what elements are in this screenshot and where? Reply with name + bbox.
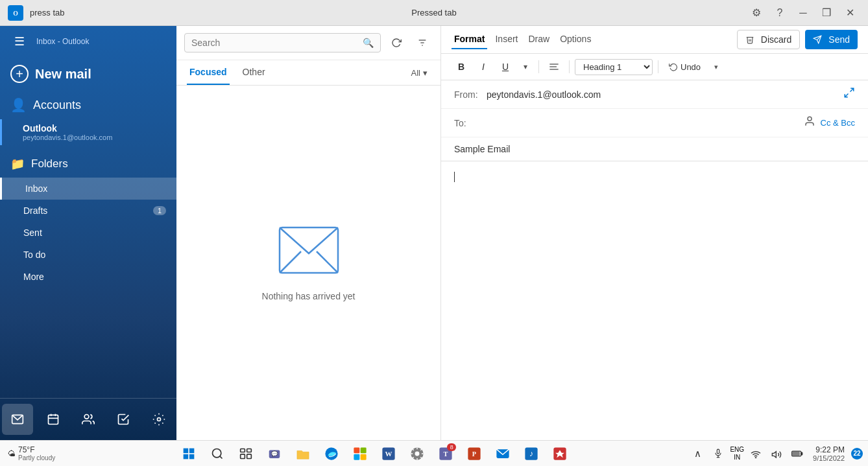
mail-tabs: Focused Other All ▾ [176,60,440,86]
time-block[interactable]: 9:22 PM 9/15/2022 [809,444,849,463]
system-settings-btn[interactable] [403,441,431,467]
weather-info: 75°F Partly cloudy [18,445,55,461]
help-btn[interactable]: ? [769,3,790,23]
volume-icon[interactable] [767,445,786,463]
files-btn[interactable] [289,441,317,467]
nav-tasks-btn[interactable] [108,404,139,435]
to-input[interactable] [487,118,804,128]
app-name: press tab [30,8,746,17]
folder-todo[interactable]: To do [0,244,176,266]
maximize-btn[interactable]: ❒ [816,3,837,23]
svg-rect-24 [189,448,195,453]
folder-sent-label: Sent [23,227,42,238]
task-view-btn[interactable] [232,441,260,467]
svg-rect-59 [801,452,802,455]
person-icon: 👤 [10,97,27,113]
folder-icon: 📁 [10,157,25,171]
folders-btn[interactable]: 📁 Folders [0,150,176,178]
powerpoint-btn[interactable]: P [460,441,488,467]
new-mail-label: New mail [35,67,91,82]
tab-focused[interactable]: Focused [187,60,230,85]
undo-dropdown[interactable]: ▾ [708,58,724,76]
folder-more[interactable]: More [0,266,176,288]
compose-tab-options[interactable]: Options [557,30,594,49]
filter-btn[interactable] [412,32,433,53]
weather-condition: Partly cloudy [18,454,55,461]
text-format-dropdown[interactable]: ▾ [518,58,533,76]
folder-sent[interactable]: Sent [0,222,176,244]
compose-tab-insert[interactable]: Insert [492,30,520,49]
taskbar-search-btn[interactable] [203,441,232,467]
weather-icon: 🌤 [8,449,16,458]
undo-btn[interactable]: Undo [664,60,706,75]
folder-inbox-label: Inbox [25,183,47,194]
folder-drafts[interactable]: Drafts 1 [0,200,176,222]
store-btn[interactable] [346,441,374,467]
network-icon[interactable] [747,445,765,463]
heading-select[interactable]: Heading 1 Heading 2 Normal H3 H4 [575,59,653,75]
italic-btn[interactable]: I [474,58,493,76]
nav-calendar-btn[interactable] [38,404,69,435]
compose-tab-draw[interactable]: Draw [525,30,552,49]
tray-expand-btn[interactable]: ∧ [688,445,706,463]
compose-tab-format[interactable]: Format [452,30,487,49]
discard-btn[interactable]: Discard [737,30,800,49]
cc-bcc-btn[interactable]: Cc & Bcc [821,118,855,128]
settings-titlebar-btn[interactable]: ⚙ [746,3,767,23]
from-expand-btn[interactable] [843,87,855,102]
search-input-wrapper[interactable]: 🔍 [184,33,381,52]
account-item-outlook[interactable]: Outlook peytondavis.1@outlook.com [0,119,176,145]
folder-drafts-label: Drafts [23,205,47,216]
audio-app-btn[interactable]: ♪ [517,441,546,467]
notification-badge[interactable]: 22 [851,448,863,460]
undo-label: Undo [681,62,701,72]
svg-marker-57 [772,451,776,457]
subject-input[interactable] [454,144,855,154]
taskbar-weather[interactable]: 🌤 75°F Partly cloudy [3,443,60,464]
bold-btn[interactable]: B [452,58,471,76]
nav-contacts-btn[interactable] [73,404,104,435]
start-btn[interactable] [175,441,203,467]
refresh-btn[interactable] [386,32,407,53]
search-input[interactable] [191,38,360,48]
svg-point-22 [808,117,812,121]
hamburger-btn[interactable]: ☰ [10,32,29,51]
underline-btn[interactable]: U [496,58,515,76]
nav-settings-btn[interactable] [143,404,175,435]
svg-line-20 [850,88,854,91]
close-btn[interactable]: ✕ [839,3,860,23]
align-btn[interactable] [544,58,564,76]
tab-all[interactable]: All ▾ [409,63,430,83]
from-label: From: [454,89,487,100]
main-container: ☰ Inbox - Outlook + New mail 👤 Accounts … [0,26,868,440]
drafts-badge: 1 [153,206,166,215]
new-mail-btn[interactable]: + New mail [0,57,176,91]
nav-mail-btn[interactable] [2,404,33,435]
mail-taskbar-btn[interactable] [488,441,517,467]
svg-rect-26 [189,454,195,459]
send-btn[interactable]: Send [805,30,858,49]
word-btn[interactable]: W [374,441,403,467]
svg-text:W: W [385,450,392,458]
teams-chat-btn[interactable]: 💬 [260,441,289,467]
folder-more-label: More [23,272,44,282]
minimize-btn[interactable]: ─ [793,3,814,23]
edge-btn[interactable] [317,441,346,467]
mic-icon[interactable] [709,445,727,463]
teams-btn[interactable]: T 8 [431,441,460,467]
account-email: peytondavis.1@outlook.com [23,134,166,141]
accounts-btn[interactable]: 👤 Accounts [0,91,176,119]
svg-point-56 [755,458,756,458]
language-indicator: ENGIN [730,446,744,461]
tab-other[interactable]: Other [240,60,268,85]
battery-icon[interactable] [788,445,806,463]
svg-rect-25 [184,454,189,459]
discard-label: Discard [761,34,791,45]
folder-inbox[interactable]: Inbox [0,178,176,200]
weather-temp: 75°F [18,445,55,454]
add-person-btn[interactable] [804,115,815,130]
app-extra-btn[interactable] [546,441,574,467]
separator-3 [658,60,658,73]
svg-rect-39 [361,454,367,460]
compose-body[interactable] [441,161,868,440]
